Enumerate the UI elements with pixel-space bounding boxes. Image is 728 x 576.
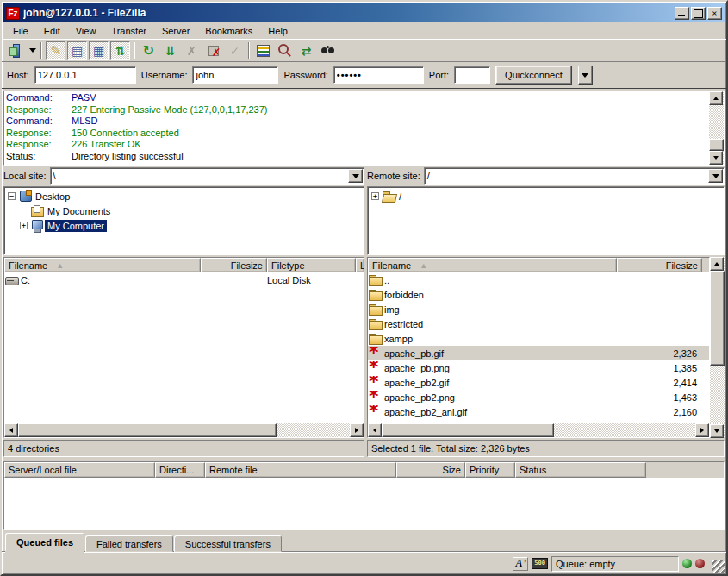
scrollbar-thumb[interactable] (382, 423, 554, 437)
remote-horizontal-scrollbar[interactable] (368, 423, 709, 437)
scroll-right-icon[interactable] (350, 423, 364, 437)
resize-grip[interactable] (712, 560, 725, 573)
queue-column-header[interactable]: Server/Local file (4, 462, 155, 478)
maximize-button[interactable] (691, 7, 706, 20)
scroll-down-icon[interactable] (709, 151, 723, 165)
quickconnect-dropdown[interactable] (578, 66, 593, 85)
file-row[interactable]: restricted (368, 316, 709, 331)
queue-column-header[interactable]: Priority (465, 462, 515, 478)
tree-row[interactable]: − Desktop (5, 189, 363, 203)
local-horizontal-scrollbar[interactable] (4, 423, 364, 437)
filezilla-logo-icon: Fz (6, 7, 20, 20)
menu-item[interactable]: Edit (36, 24, 68, 38)
menu-item[interactable]: Help (260, 24, 296, 38)
close-button[interactable]: × (707, 7, 722, 20)
scroll-up-icon[interactable] (710, 257, 724, 271)
file-row[interactable]: apache_pb.gif 2,326 (368, 346, 709, 360)
scroll-right-icon[interactable] (695, 423, 709, 437)
menu-item[interactable]: View (68, 24, 104, 38)
queue-column-header[interactable]: Size (396, 462, 465, 478)
tree-item-label[interactable]: My Documents (45, 205, 113, 217)
column-header[interactable]: L▲ (356, 258, 364, 272)
file-row[interactable]: img (368, 302, 709, 316)
port-input[interactable] (454, 66, 490, 84)
file-row[interactable]: apache_pb2.png 1,463 (368, 390, 709, 404)
tree-expander-icon[interactable]: + (20, 222, 28, 229)
scroll-left-icon[interactable] (4, 423, 18, 437)
column-header[interactable]: Filename▲ (368, 258, 617, 272)
menu-item[interactable]: Server (154, 24, 197, 38)
remote-site-bar: Remote site: / (367, 167, 725, 186)
menu-item[interactable]: Transfer (103, 24, 154, 38)
directory-filters-icon[interactable] (253, 41, 273, 60)
tree-item-label[interactable]: / (396, 191, 404, 203)
find-files-icon[interactable] (318, 41, 338, 60)
queue-tab[interactable]: Queued files (5, 533, 84, 551)
password-input[interactable] (333, 66, 424, 84)
local-status-text: 4 directories (3, 440, 364, 457)
scroll-up-icon[interactable] (709, 91, 723, 105)
file-row[interactable]: C: Local Disk (4, 272, 364, 287)
file-row[interactable]: forbidden (368, 287, 709, 302)
menu-item[interactable]: File (5, 24, 36, 38)
site-manager-icon[interactable] (6, 41, 26, 60)
scrollbar-thumb[interactable] (18, 423, 277, 437)
file-row[interactable]: .. (368, 272, 709, 287)
tree-expander-icon[interactable]: + (371, 192, 379, 200)
directory-comparison-icon[interactable] (275, 41, 295, 60)
host-input[interactable] (34, 66, 136, 84)
file-row[interactable]: xampp (368, 331, 709, 346)
remote-site-combo[interactable]: / (424, 167, 725, 185)
file-row[interactable]: apache_pb2_ani.gif 2,160 (368, 404, 709, 419)
remote-list-header: Filename▲ Filesize▲ (368, 258, 709, 272)
refresh-icon[interactable] (139, 41, 159, 60)
tree-row[interactable]: + My Computer (5, 218, 363, 233)
chevron-down-icon[interactable] (708, 169, 723, 183)
toggle-transfer-queue-icon[interactable] (110, 41, 130, 60)
disconnect-icon[interactable] (203, 41, 223, 60)
process-queue-icon[interactable] (160, 41, 180, 60)
scroll-down-icon[interactable] (710, 424, 724, 438)
transfer-queue: Server/Local file Directi... Remote file… (3, 461, 725, 530)
queue-tab[interactable]: Failed transfers (85, 535, 173, 552)
chevron-down-icon[interactable] (348, 169, 363, 183)
transfer-type-icon[interactable]: A (513, 557, 528, 571)
local-site-combo[interactable]: \ (50, 167, 364, 185)
queue-body[interactable] (4, 478, 724, 529)
scrollbar-thumb[interactable] (710, 271, 725, 366)
toggle-local-tree-icon[interactable] (67, 41, 87, 60)
tree-row[interactable]: + / (369, 189, 723, 203)
queue-column-header[interactable]: Directi... (155, 462, 205, 478)
file-row[interactable]: apache_pb.png 1,385 (368, 360, 709, 375)
column-header[interactable]: Filesize▲ (201, 258, 267, 272)
reconnect-icon[interactable] (225, 41, 245, 60)
file-row[interactable]: apache_pb2.gif 2,414 (368, 375, 709, 390)
toggle-remote-tree-icon[interactable] (89, 41, 109, 60)
toggle-message-log-icon[interactable]: ✎ (46, 41, 65, 60)
quickconnect-button[interactable]: Quickconnect (495, 66, 572, 85)
column-header[interactable]: Filesize▲ (617, 258, 702, 272)
speed-limits-icon[interactable]: 500 (532, 558, 548, 569)
log-vertical-scrollbar[interactable] (709, 91, 724, 165)
title-bar[interactable]: Fz john@127.0.0.1 - FileZilla × (3, 3, 725, 22)
file-icon (368, 273, 383, 286)
queue-tab[interactable]: Successful transfers (174, 535, 282, 552)
menu-item[interactable]: Bookmarks (197, 24, 260, 38)
column-header[interactable]: Filename▲ (4, 258, 201, 272)
tree-item-label[interactable]: Desktop (33, 191, 72, 203)
toolbar-dropdown[interactable] (27, 41, 38, 60)
tree-row[interactable]: My Documents (5, 203, 363, 218)
synchronized-browsing-icon[interactable] (296, 41, 316, 60)
remote-vertical-scrollbar[interactable] (710, 257, 725, 438)
cancel-operation-icon[interactable] (182, 41, 202, 60)
queue-column-header[interactable]: Remote file (205, 462, 396, 478)
username-input[interactable] (192, 66, 278, 84)
tree-expander-icon[interactable]: − (8, 192, 16, 200)
queue-column-header[interactable]: Status (515, 462, 646, 478)
minimize-button[interactable] (675, 7, 689, 20)
scroll-left-icon[interactable] (368, 423, 382, 437)
tree-item-label[interactable]: My Computer (45, 220, 107, 232)
column-header[interactable]: Filetype▲ (267, 258, 356, 272)
local-site-path: \ (51, 171, 348, 181)
scrollbar-thumb[interactable] (709, 139, 724, 151)
